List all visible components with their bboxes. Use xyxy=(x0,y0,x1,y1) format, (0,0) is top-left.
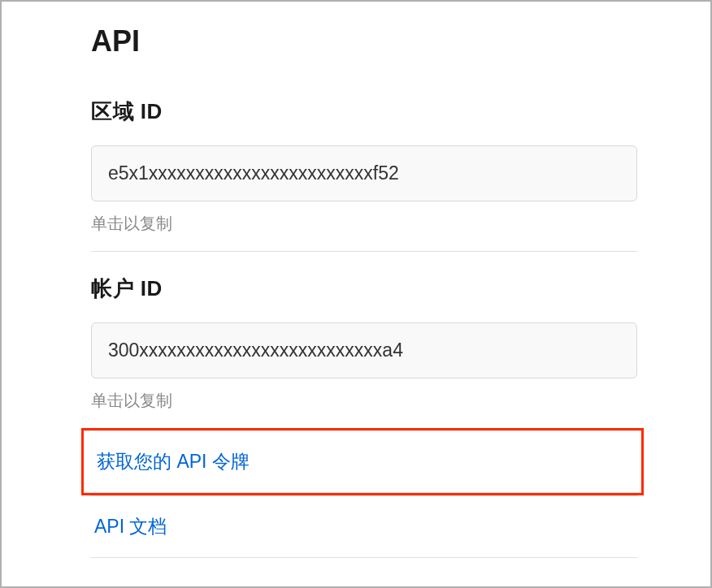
zone-id-label: 区域 ID xyxy=(91,97,637,126)
account-id-hint: 单击以复制 xyxy=(91,390,637,412)
zone-id-section: 区域 ID e5x1xxxxxxxxxxxxxxxxxxxxxxxxf52 单击… xyxy=(91,97,637,235)
account-id-section: 帐户 ID 300xxxxxxxxxxxxxxxxxxxxxxxxxxa4 单击… xyxy=(91,275,637,412)
page-title: API xyxy=(91,24,637,58)
account-id-label: 帐户 ID xyxy=(91,275,637,303)
api-docs-link[interactable]: API 文档 xyxy=(91,495,637,558)
divider xyxy=(91,251,637,252)
highlighted-link-container: 获取您的 API 令牌 xyxy=(81,428,644,495)
account-id-value[interactable]: 300xxxxxxxxxxxxxxxxxxxxxxxxxxa4 xyxy=(91,322,637,378)
get-api-token-link[interactable]: 获取您的 API 令牌 xyxy=(84,430,641,493)
zone-id-hint: 单击以复制 xyxy=(91,213,637,235)
zone-id-value[interactable]: e5x1xxxxxxxxxxxxxxxxxxxxxxxxf52 xyxy=(91,145,637,201)
